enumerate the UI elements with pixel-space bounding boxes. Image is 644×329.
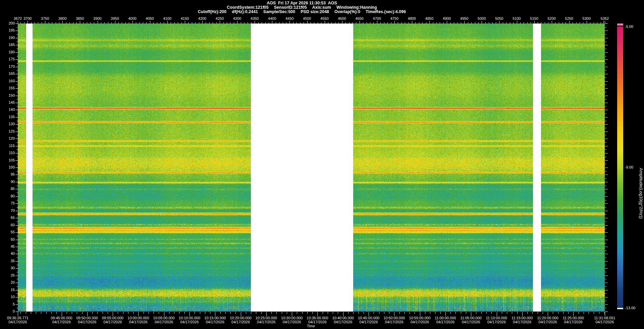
left-axis-tick-label: 45 bbox=[4, 245, 15, 248]
left-axis-tick-label: 70 bbox=[4, 209, 15, 213]
left-axis-tick-label: 85 bbox=[4, 187, 15, 191]
time-tick-label: 10:40:00.000 bbox=[332, 316, 354, 320]
left-axis-tick-label: 120 bbox=[4, 137, 15, 140]
app-window: { "window": {"width": 1920, "height": 98… bbox=[0, 0, 644, 329]
top-axis-tick-label: 4350 bbox=[251, 17, 259, 20]
top-axis-tick-label: 4800 bbox=[408, 17, 416, 20]
left-axis-tick-label: 0 bbox=[4, 310, 15, 313]
left-axis-tick-label: 185 bbox=[4, 43, 15, 47]
time-tick-label: 11:20:00.000 bbox=[537, 316, 558, 320]
left-axis-tick-label: 10 bbox=[4, 295, 15, 299]
left-axis-tick-label: 15 bbox=[4, 288, 15, 292]
time-tick-label: 11:15:00.000 bbox=[512, 316, 533, 320]
top-axis-tick-label: 3850 bbox=[76, 17, 84, 20]
time-tick-label: 10:30:00.000 bbox=[281, 316, 303, 320]
header-config-line: CoordSystem:121f05SensorID:121f05Axis:su… bbox=[0, 5, 604, 10]
left-axis-tick-label: 155 bbox=[4, 86, 15, 90]
date-tick-label: 04/17/2026 bbox=[595, 320, 614, 324]
header-config-field: Windowing:Hanning bbox=[336, 5, 377, 10]
left-axis-tick-label: 105 bbox=[4, 158, 15, 162]
left-axis-tick-label: 195 bbox=[4, 29, 15, 32]
left-axis-tick-label: 95 bbox=[4, 173, 15, 176]
header-config-field: CoordSystem:121f05 bbox=[227, 5, 268, 10]
left-axis-tick-label: 35 bbox=[4, 259, 15, 263]
colorbar-tick-label: -9.00 bbox=[625, 166, 633, 169]
date-tick-label: 04/17/2026 bbox=[52, 320, 71, 324]
top-axis-tick-label: 5000 bbox=[478, 17, 486, 20]
date-tick-label: 04/17/2026 bbox=[411, 320, 429, 324]
top-axis-tick-label: 4150 bbox=[181, 17, 189, 20]
date-tick-label: 04/17/2026 bbox=[436, 320, 454, 324]
left-axis-tick-label: 125 bbox=[4, 130, 15, 133]
left-axis-tick-label: 140 bbox=[4, 108, 15, 111]
time-tick-label: 11:10:00.000 bbox=[486, 316, 507, 320]
header-param-field: Cutoff(Hz):200 bbox=[198, 9, 226, 14]
time-tick-label: 09:45:00.000 bbox=[51, 316, 72, 320]
time-tick-label: 11:05:00.000 bbox=[461, 316, 482, 320]
left-axis-tick-label: 150 bbox=[4, 94, 15, 97]
top-axis-tick-label: 4500 bbox=[303, 17, 311, 20]
time-tick-label: 11:31:08.051 bbox=[594, 316, 615, 320]
time-tick-label: 10:15:00.000 bbox=[204, 316, 226, 320]
top-axis-tick-label: 3950 bbox=[111, 17, 119, 20]
left-axis-tick-label: 80 bbox=[4, 194, 15, 198]
time-tick-label: 09:55:00.000 bbox=[102, 316, 123, 320]
header-config-field: SensorID:121f05 bbox=[274, 5, 307, 10]
date-tick-label: 04/17/2026 bbox=[206, 320, 224, 324]
left-axis-tick-label: 25 bbox=[4, 274, 15, 277]
header-param-field: PSD size:2048 bbox=[301, 9, 329, 14]
left-axis-tick-label: 20 bbox=[4, 281, 15, 284]
time-tick-label: 10:55:00.000 bbox=[409, 316, 431, 320]
date-tick-label: 04/17/2026 bbox=[360, 320, 378, 324]
top-axis-tick-label: 4000 bbox=[128, 17, 136, 20]
left-axis-tick-label: 135 bbox=[4, 115, 15, 119]
top-axis-tick-label: 4650 bbox=[356, 17, 364, 20]
left-axis-tick-label: 100 bbox=[4, 166, 15, 169]
left-axis-tick-label: 55 bbox=[4, 230, 15, 234]
left-axis-tick-label: 170 bbox=[4, 65, 15, 68]
left-axis-tick-label: 160 bbox=[4, 79, 15, 83]
top-axis-tick-label: 5200 bbox=[547, 17, 555, 20]
date-tick-label: 04/17/2026 bbox=[462, 320, 480, 324]
top-axis-tick-label: 3900 bbox=[93, 17, 101, 20]
left-axis-tick-label: 110 bbox=[4, 151, 15, 155]
time-tick-label: 10:45:00.000 bbox=[358, 316, 379, 320]
left-axis-tick-label: 190 bbox=[4, 36, 15, 40]
date-tick-label: 04/17/2026 bbox=[104, 320, 122, 324]
date-tick-label: 04/17/2026 bbox=[231, 320, 250, 324]
top-axis-tick-label: 4700 bbox=[373, 17, 381, 20]
time-tick-label: 11:00:00.000 bbox=[435, 316, 456, 320]
x-axis-title: Time bbox=[0, 324, 622, 328]
top-axis-tick-label: 4950 bbox=[460, 17, 468, 20]
top-axis-tick-label: 5100 bbox=[513, 17, 521, 20]
left-axis-tick-label: 200 bbox=[4, 21, 15, 25]
left-axis-tick-label: 145 bbox=[4, 101, 15, 104]
top-axis-tick-label: 3672 bbox=[14, 17, 22, 20]
date-tick-label: 04/17/2026 bbox=[257, 320, 275, 324]
date-tick-label: 04/17/2026 bbox=[180, 320, 199, 324]
spectrogram-canvas[interactable] bbox=[0, 0, 644, 329]
top-axis-tick-label: 4750 bbox=[390, 17, 398, 20]
top-axis-tick-label: 4200 bbox=[198, 17, 206, 20]
time-tick-label: 11:25:00.000 bbox=[563, 316, 584, 320]
time-tick-label: 10:00:00.000 bbox=[127, 316, 149, 320]
top-axis-tick-label: 4550 bbox=[320, 17, 328, 20]
date-tick-label: 04/17/2026 bbox=[487, 320, 506, 324]
header-param-field: Overlap(%):0 bbox=[334, 9, 360, 14]
header-params-line: Cutoff(Hz):200df(Hz):0.2441Sample/Sec:50… bbox=[0, 9, 604, 14]
date-tick-label: 04/17/2026 bbox=[283, 320, 301, 324]
left-axis-tick-label: 40 bbox=[4, 252, 15, 255]
header-title: AOS Fri 17 Apr 2026 11:30:53 AOS bbox=[0, 1, 604, 5]
top-axis-tick-label: 4300 bbox=[233, 17, 241, 20]
left-axis-tick-label: 30 bbox=[4, 266, 15, 270]
header-param-field: df(Hz):0.2441 bbox=[232, 9, 258, 14]
date-tick-label: 04/17/2026 bbox=[564, 320, 583, 324]
left-axis-tick-label: 75 bbox=[4, 201, 15, 205]
top-axis-tick-label: 4250 bbox=[216, 17, 224, 20]
top-axis-tick-label: 5150 bbox=[530, 17, 538, 20]
time-tick-label: 10:05:00.000 bbox=[153, 316, 175, 320]
top-axis-tick-label: 5352 bbox=[601, 17, 609, 20]
colorbar-tick-label: -5.00 bbox=[625, 25, 633, 29]
date-tick-label: 04/17/2026 bbox=[513, 320, 531, 324]
time-tick-label: 10:25:00.000 bbox=[256, 316, 277, 320]
